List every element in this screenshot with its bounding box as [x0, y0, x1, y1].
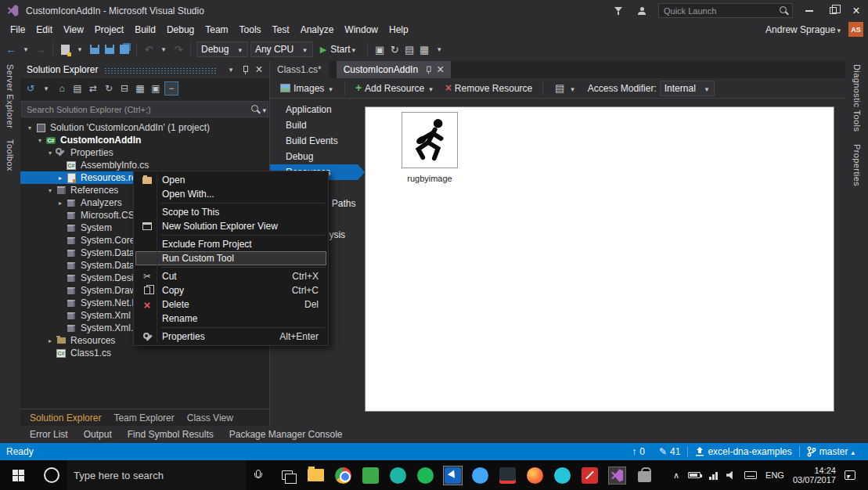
tab-solution-explorer[interactable]: Solution Explorer: [23, 413, 107, 423]
expander-icon[interactable]: [45, 337, 55, 344]
menu-analyze[interactable]: Analyze: [295, 23, 340, 37]
sync-with-active-document-icon[interactable]: [86, 81, 100, 95]
nav-debug[interactable]: Debug: [270, 149, 358, 164]
file-explorer-icon[interactable]: [307, 467, 325, 485]
taskbar-search-input[interactable]: [72, 469, 246, 482]
unpushed-commits[interactable]: 0: [625, 443, 652, 460]
menu-item-rename[interactable]: Rename: [135, 312, 326, 326]
toolbar-overflow-icon[interactable]: [433, 42, 445, 56]
save-all-button[interactable]: [118, 42, 131, 56]
menu-edit[interactable]: Edit: [31, 23, 58, 37]
tree-item-project[interactable]: CustomIconAddIn: [20, 134, 269, 146]
server-explorer-vertical-tab[interactable]: Server Explorer: [5, 64, 15, 128]
task-view-icon[interactable]: [282, 470, 293, 480]
chevron-down-icon[interactable]: [39, 81, 53, 95]
menu-view[interactable]: View: [58, 23, 89, 37]
navigate-back-dropdown-icon[interactable]: [20, 42, 32, 56]
undo-dropdown-icon[interactable]: [157, 42, 170, 56]
menu-team[interactable]: Team: [200, 23, 233, 37]
firefox-icon[interactable]: [526, 467, 544, 485]
tree-item-file[interactable]: AssemblyInfo.cs: [20, 159, 269, 171]
menu-debug[interactable]: Debug: [161, 23, 200, 37]
network-icon[interactable]: [709, 471, 718, 480]
toolbar-icon[interactable]: [403, 42, 416, 56]
toolbar-icon[interactable]: [373, 42, 386, 56]
cortana-icon[interactable]: [44, 467, 59, 483]
expander-icon[interactable]: [45, 150, 55, 157]
show-hidden-icons-icon[interactable]: [673, 470, 679, 481]
undo-button[interactable]: [142, 42, 155, 56]
menu-item-open-with[interactable]: Open With...: [135, 187, 326, 201]
tab-find-symbol-results[interactable]: Find Symbol Results: [120, 429, 222, 440]
clock[interactable]: 14:2403/07/2017: [793, 466, 836, 485]
menu-item-scope-to-this[interactable]: Scope to This: [135, 205, 326, 219]
chrome-icon[interactable]: [334, 467, 352, 485]
menu-build[interactable]: Build: [129, 23, 161, 37]
expander-icon[interactable]: [56, 175, 65, 182]
toolbar-icon[interactable]: [388, 42, 401, 56]
solution-configuration-dropdown[interactable]: Debug: [196, 41, 248, 57]
taskbar-app-icon[interactable]: [499, 467, 517, 485]
navigate-forward-button[interactable]: [34, 42, 47, 56]
spotify-icon[interactable]: [416, 467, 434, 485]
tab-class1[interactable]: Class1.cs*: [270, 61, 329, 78]
uncommitted-edits[interactable]: 41: [652, 443, 687, 460]
menu-item-exclude-from-project[interactable]: Exclude From Project: [135, 237, 326, 251]
remove-resource-button[interactable]: Remove Resource: [441, 82, 537, 94]
redo-button[interactable]: [172, 42, 185, 56]
branch-picker[interactable]: master: [800, 443, 862, 460]
save-button[interactable]: [103, 42, 116, 56]
toolbox-vertical-tab[interactable]: Toolbox: [5, 139, 15, 171]
minimize-button[interactable]: [798, 0, 821, 21]
images-category-dropdown[interactable]: Images: [276, 83, 338, 94]
pin-icon[interactable]: [238, 65, 252, 75]
tab-error-list[interactable]: Error List: [22, 429, 76, 440]
expander-icon[interactable]: [56, 200, 65, 207]
language-indicator[interactable]: ENG: [765, 470, 784, 480]
menu-item-run-custom-tool[interactable]: Run Custom Tool: [135, 251, 326, 265]
preview-selected-items-icon[interactable]: [164, 81, 178, 95]
start-debug-button[interactable]: Start: [315, 44, 362, 55]
visual-studio-icon[interactable]: [608, 467, 626, 485]
menu-project[interactable]: Project: [89, 23, 129, 37]
restore-button[interactable]: [821, 0, 845, 21]
menu-item-cut[interactable]: CutCtrl+X: [135, 269, 326, 283]
menu-file[interactable]: File: [5, 23, 31, 37]
search-icon[interactable]: [779, 5, 789, 16]
switch-views-icon[interactable]: [70, 81, 85, 95]
battery-icon[interactable]: [688, 472, 701, 478]
menu-item-open[interactable]: Open: [135, 173, 326, 187]
expander-icon[interactable]: [25, 124, 34, 132]
solution-explorer-search-input[interactable]: [22, 105, 250, 114]
menu-item-copy[interactable]: CopyCtrl+C: [135, 283, 326, 297]
view-style-dropdown[interactable]: [549, 81, 580, 95]
menu-window[interactable]: Window: [339, 23, 384, 37]
microphone-icon[interactable]: [254, 470, 261, 481]
sign-in-icon[interactable]: [633, 5, 650, 17]
action-center-icon[interactable]: [845, 470, 855, 480]
user-menu[interactable]: Andrew Sprague: [765, 24, 842, 35]
expander-icon[interactable]: [45, 187, 55, 194]
back-icon[interactable]: [23, 81, 38, 95]
home-icon[interactable]: [55, 81, 69, 95]
solution-platform-dropdown[interactable]: Any CPU: [250, 41, 313, 57]
close-icon[interactable]: [252, 63, 266, 76]
volume-icon[interactable]: [726, 471, 736, 480]
taskbar-app-icon[interactable]: [444, 467, 462, 485]
avatar[interactable]: AS: [848, 22, 863, 37]
access-modifier-dropdown[interactable]: Internal: [660, 81, 715, 96]
menu-tools[interactable]: Tools: [234, 23, 267, 37]
chevron-down-icon[interactable]: [261, 104, 268, 115]
menu-item-delete[interactable]: DeleteDel: [135, 297, 326, 312]
toolbar-icon[interactable]: [418, 42, 430, 56]
show-all-files-icon[interactable]: [133, 81, 147, 95]
search-icon[interactable]: [250, 104, 261, 114]
window-position-icon[interactable]: [224, 66, 238, 74]
tab-package-manager-console[interactable]: Package Manager Console: [222, 429, 351, 440]
taskbar-app-icon[interactable]: [362, 467, 380, 485]
tab-customiconaddin[interactable]: CustomIconAddIn: [337, 61, 452, 78]
taskbar-app-icon[interactable]: [553, 467, 571, 485]
taskbar-app-icon[interactable]: [471, 467, 489, 485]
microsoft-store-icon[interactable]: [636, 467, 654, 485]
tree-item-solution[interactable]: Solution 'CustomIconAddIn' (1 project): [20, 121, 269, 134]
